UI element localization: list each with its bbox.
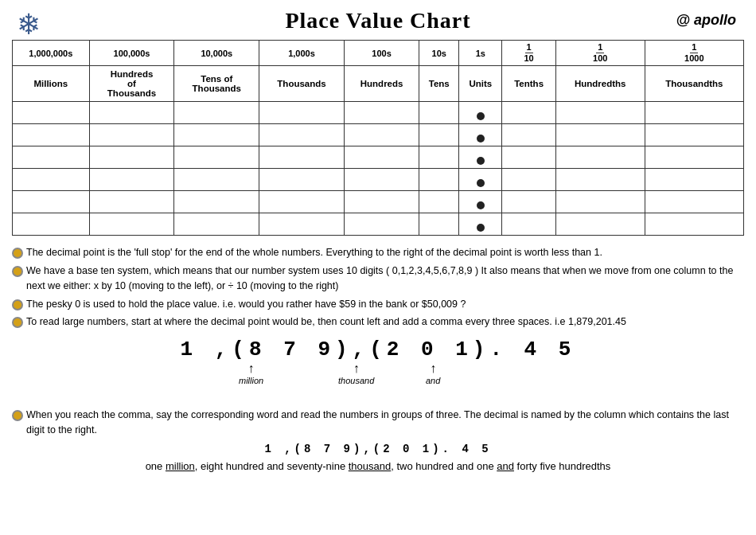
- cell: [502, 213, 555, 236]
- reading-number-spaced: 1 ,(8 7 9),(2 0 1). 4 5: [12, 443, 744, 455]
- cell: [645, 191, 743, 213]
- cell: [645, 169, 743, 191]
- subheader-millions: Millions: [13, 66, 90, 102]
- note-text-4: To read large numbers, start at where th…: [26, 314, 626, 330]
- cell: [555, 213, 645, 236]
- notes-section: The decimal point is the 'full stop' for…: [12, 245, 744, 330]
- dot-marker: [477, 179, 485, 187]
- page-title: Place Value Chart: [285, 8, 470, 33]
- note-text-3: The pesky 0 is used to hold the place va…: [26, 297, 466, 312]
- place-value-table: 1,000,000s 100,000s 10,000s 1,000s 100s …: [12, 40, 744, 236]
- cell: [645, 146, 743, 169]
- note-4: To read large numbers, start at where th…: [12, 314, 744, 330]
- table-row: [13, 213, 744, 236]
- cell: [259, 213, 345, 236]
- cell: [259, 102, 345, 124]
- page-header: ❄ Place Value Chart @ apollo: [12, 8, 744, 33]
- cell: [174, 169, 259, 191]
- reading-thousand: thousand: [349, 460, 392, 472]
- cell: [555, 102, 645, 124]
- col-header-thousandths: 1 1000: [645, 41, 743, 66]
- col-header-units: 1s: [459, 41, 502, 66]
- reading-translation: one million, eight hundred and seventy-n…: [12, 460, 744, 472]
- coin-icon-3: [12, 299, 23, 310]
- cell: [419, 191, 459, 213]
- cell: [419, 169, 459, 191]
- arrow-label-million: million: [239, 376, 263, 385]
- subheader-hundredths: Hundredths: [555, 66, 645, 102]
- coin-icon-4: [12, 317, 23, 328]
- arrow-up-icon-million: ↑: [248, 361, 255, 376]
- cell: [13, 124, 90, 146]
- note-1: The decimal point is the 'full stop' for…: [12, 245, 744, 260]
- dot-cell: [459, 102, 502, 124]
- subheader-units: Units: [459, 66, 502, 102]
- dot-marker: [477, 224, 485, 232]
- cell: [174, 124, 259, 146]
- cell: [344, 124, 419, 146]
- dot-marker: [477, 135, 485, 143]
- col-header-ten-thousands: 10,000s: [174, 41, 259, 66]
- col-header-tenths: 1 10: [502, 41, 555, 66]
- number-display-section: 1 ,(8 7 9),(2 0 1). 4 5 ↑ million ↑ thou…: [12, 338, 744, 401]
- reading-million: million: [166, 460, 195, 472]
- cell: [174, 102, 259, 124]
- cell: [89, 191, 174, 213]
- coin-icon-1: [12, 248, 23, 259]
- cell: [89, 102, 174, 124]
- subheader-tenths: Tenths: [502, 66, 555, 102]
- cell: [645, 213, 743, 236]
- dot-marker: [477, 112, 485, 120]
- dot-cell: [459, 191, 502, 213]
- dot-marker: [477, 157, 485, 165]
- cell: [502, 146, 555, 169]
- subheader-hundreds: Hundreds: [344, 66, 419, 102]
- subheader-thousands: Thousands: [259, 66, 345, 102]
- dot-cell: [459, 213, 502, 236]
- reading-instruction-item: When you reach the comma, say the corres…: [12, 408, 744, 438]
- dot-cell: [459, 124, 502, 146]
- cell: [89, 213, 174, 236]
- table-row: [13, 124, 744, 146]
- reading-section: When you reach the comma, say the corres…: [12, 408, 744, 472]
- arrow-label-and: and: [426, 376, 440, 385]
- cell: [259, 191, 345, 213]
- arrow-thousand: ↑ thousand: [338, 361, 374, 385]
- cell: [89, 169, 174, 191]
- arrow-label-thousand: thousand: [338, 376, 374, 385]
- arrow-up-icon-thousand: ↑: [353, 361, 360, 376]
- col-header-hundred-thousands: 100,000s: [89, 41, 174, 66]
- dot-marker: [477, 201, 485, 209]
- cell: [419, 124, 459, 146]
- cell: [13, 102, 90, 124]
- cell: [555, 169, 645, 191]
- cell: [645, 124, 743, 146]
- subheader-tens-thousands: Tens ofThousands: [174, 66, 259, 102]
- col-header-millions: 1,000,000s: [13, 41, 90, 66]
- arrow-million: ↑ million: [239, 361, 263, 385]
- big-number-display: 1 ,(8 7 9),(2 0 1). 4 5: [12, 338, 744, 361]
- subheader-hundreds-thousands: HundredsofThousands: [89, 66, 174, 102]
- cell: [259, 169, 345, 191]
- cell: [419, 213, 459, 236]
- col-header-thousands: 1,000s: [259, 41, 345, 66]
- table-row: [13, 102, 744, 124]
- snowflake-icon: ❄: [12, 8, 45, 41]
- cell: [344, 102, 419, 124]
- cell: [502, 102, 555, 124]
- col-header-hundreds: 100s: [344, 41, 419, 66]
- cell: [13, 213, 90, 236]
- note-3: The pesky 0 is used to hold the place va…: [12, 297, 744, 312]
- cell: [89, 124, 174, 146]
- table-row: [13, 146, 744, 169]
- table-sub-header-row: Millions HundredsofThousands Tens ofThou…: [13, 66, 744, 102]
- cell: [502, 191, 555, 213]
- cell: [645, 102, 743, 124]
- reading-instruction-text: When you reach the comma, say the corres…: [26, 408, 744, 438]
- cell: [174, 213, 259, 236]
- cell: [419, 146, 459, 169]
- table-top-header-row: 1,000,000s 100,000s 10,000s 1,000s 100s …: [13, 41, 744, 66]
- arrow-and: ↑ and: [426, 361, 440, 385]
- dot-cell: [459, 146, 502, 169]
- cell: [174, 146, 259, 169]
